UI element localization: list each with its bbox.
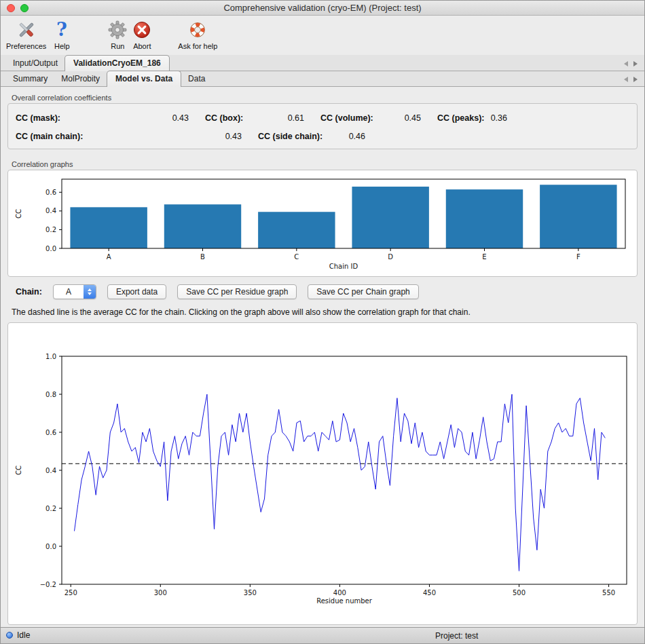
save-cc-per-residue-button[interactable]: Save CC per Residue graph xyxy=(177,284,297,299)
svg-text:E: E xyxy=(482,253,486,261)
svg-text:0.0: 0.0 xyxy=(45,543,56,550)
chain-label: Chain: xyxy=(16,287,42,297)
cc-box-label: CC (box): xyxy=(189,113,253,123)
status-bar: Idle Project: test xyxy=(1,627,644,643)
cc-main-chain-label: CC (main chain): xyxy=(16,132,145,141)
svg-text:0.6: 0.6 xyxy=(45,189,56,196)
lifebuoy-icon xyxy=(187,18,208,41)
tab-data[interactable]: Data xyxy=(181,71,212,86)
cc-mask-label: CC (mask): xyxy=(16,113,114,123)
svg-text:550: 550 xyxy=(602,589,615,596)
svg-text:Residue number: Residue number xyxy=(316,597,373,605)
svg-text:250: 250 xyxy=(64,589,77,596)
help-button[interactable]: ? Help xyxy=(52,18,72,50)
secondary-tab-bar: Summary MolProbity Model vs. Data Data xyxy=(1,71,644,87)
cc-per-residue-chart-panel: 250300350400450500550−0.20.00.20.40.60.8… xyxy=(7,322,638,625)
cc-box-value: 0.61 xyxy=(253,113,304,123)
content-area: Overall correlation coefficients CC (mas… xyxy=(1,87,644,627)
abort-label: Abort xyxy=(133,42,151,50)
svg-text:0.2: 0.2 xyxy=(45,505,56,512)
titlebar: Comprehensive validation (cryo-EM) (Proj… xyxy=(1,1,644,16)
svg-text:CC: CC xyxy=(15,466,22,475)
correlation-graphs-section-title: Correlation graphs xyxy=(12,160,638,168)
save-cc-per-chain-button[interactable]: Save CC per Chain graph xyxy=(308,284,418,299)
abort-button[interactable]: Abort xyxy=(132,18,152,50)
svg-text:0.2: 0.2 xyxy=(45,226,56,233)
preferences-tools-icon xyxy=(16,18,37,41)
chain-select-stepper-icon xyxy=(84,285,96,299)
ask-for-help-button[interactable]: Ask for help xyxy=(178,18,217,50)
svg-text:−0.2: −0.2 xyxy=(40,581,56,588)
subtab-scroll-left-icon[interactable] xyxy=(624,77,628,82)
tab-validationcryoem-186[interactable]: ValidationCryoEM_186 xyxy=(64,55,170,71)
chain-select-value: A xyxy=(54,285,84,299)
run-button[interactable]: Run xyxy=(107,18,128,50)
cc-per-chain-chart-panel[interactable]: ABCDEF0.00.20.40.6Chain IDCC xyxy=(7,170,638,277)
svg-text:C: C xyxy=(294,253,299,261)
svg-text:300: 300 xyxy=(154,589,167,596)
subtab-scroll-right-icon[interactable] xyxy=(633,77,638,82)
secondary-tab-scroll xyxy=(624,77,644,86)
svg-text:450: 450 xyxy=(423,589,436,596)
help-question-icon: ? xyxy=(52,18,72,41)
svg-text:?: ? xyxy=(56,20,67,40)
svg-text:400: 400 xyxy=(333,589,346,596)
svg-text:CC: CC xyxy=(15,209,22,219)
tab-summary[interactable]: Summary xyxy=(6,71,54,86)
window-title: Comprehensive validation (cryo-EM) (Proj… xyxy=(1,3,644,13)
svg-text:1.0: 1.0 xyxy=(45,353,56,360)
cc-per-residue-line-chart: 250300350400450500550−0.20.00.20.40.60.8… xyxy=(10,325,638,622)
overall-cc-panel: CC (mask): 0.43 CC (box): 0.61 CC (volum… xyxy=(7,103,638,149)
cc-side-chain-label: CC (side chain): xyxy=(242,132,330,141)
svg-text:0.0: 0.0 xyxy=(45,245,56,252)
svg-text:A: A xyxy=(107,253,111,261)
tab-scroll-right-icon[interactable] xyxy=(633,61,638,67)
dashed-line-hint: The dashed line is the average CC for th… xyxy=(12,307,638,317)
help-label: Help xyxy=(54,42,70,50)
chain-select[interactable]: A xyxy=(53,284,96,299)
svg-text:D: D xyxy=(388,253,393,261)
abort-icon xyxy=(132,18,152,41)
status-project: Project: test xyxy=(435,631,478,641)
chain-controls: Chain: A Export data Save CC per Residue… xyxy=(16,284,638,300)
primary-tab-scroll xyxy=(624,61,644,71)
svg-text:0.8: 0.8 xyxy=(45,391,56,398)
toolbar: Preferences ? Help xyxy=(1,16,644,55)
primary-tab-bar: Input/Output ValidationCryoEM_186 xyxy=(1,55,644,71)
cc-volume-label: CC (volume): xyxy=(304,113,379,123)
overall-cc-section-title: Overall correlation coefficients xyxy=(12,94,638,102)
cc-side-chain-value: 0.46 xyxy=(330,132,365,141)
svg-text:B: B xyxy=(200,253,205,261)
run-label: Run xyxy=(111,42,124,50)
cc-per-chain-bar-chart[interactable]: ABCDEF0.00.20.40.6Chain IDCC xyxy=(10,172,635,274)
cc-mask-value: 0.43 xyxy=(114,113,189,123)
cc-peaks-label: CC (peaks): xyxy=(421,113,485,123)
svg-text:350: 350 xyxy=(244,589,257,596)
svg-text:0.4: 0.4 xyxy=(45,467,56,474)
svg-text:500: 500 xyxy=(513,589,526,596)
status-indicator-icon xyxy=(6,632,13,639)
cc-volume-value: 0.45 xyxy=(379,113,421,123)
app-window: Comprehensive validation (cryo-EM) (Proj… xyxy=(0,0,645,644)
ask-for-help-label: Ask for help xyxy=(178,42,217,50)
svg-text:0.6: 0.6 xyxy=(45,429,56,436)
preferences-label: Preferences xyxy=(6,42,46,50)
tab-input-output[interactable]: Input/Output xyxy=(6,56,64,71)
preferences-button[interactable]: Preferences xyxy=(6,18,46,50)
tab-molprobity[interactable]: MolProbity xyxy=(54,71,107,86)
cc-main-chain-value: 0.43 xyxy=(145,132,242,141)
svg-text:Chain ID: Chain ID xyxy=(329,263,358,270)
svg-text:F: F xyxy=(576,253,580,261)
run-gear-icon xyxy=(107,18,128,41)
svg-text:0.4: 0.4 xyxy=(45,207,56,214)
cc-peaks-value: 0.36 xyxy=(485,113,507,123)
tab-scroll-left-icon[interactable] xyxy=(624,61,628,67)
export-data-button[interactable]: Export data xyxy=(107,284,166,299)
tab-model-vs-data[interactable]: Model vs. Data xyxy=(107,71,181,87)
status-text: Idle xyxy=(17,630,30,640)
